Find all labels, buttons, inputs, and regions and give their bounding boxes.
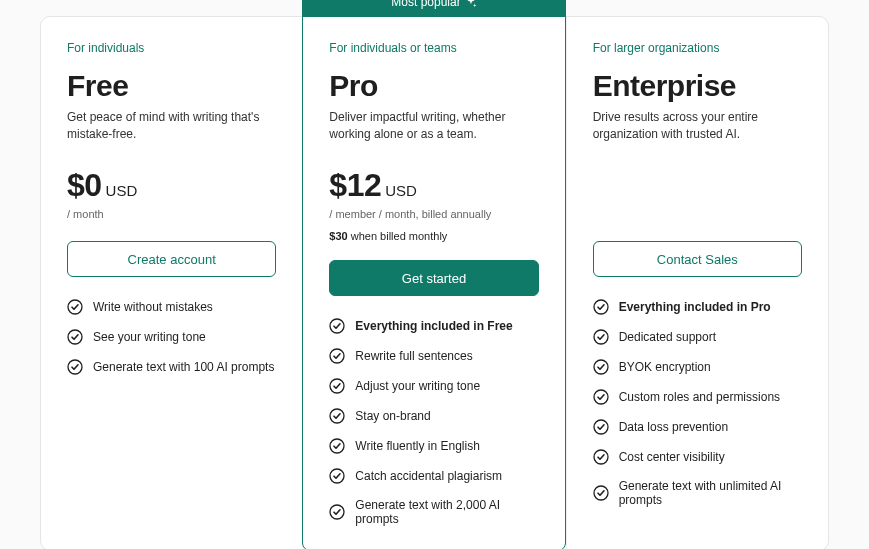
check-icon <box>67 329 83 345</box>
feature-item: Write fluently in English <box>329 438 538 454</box>
feature-list: Everything included in Pro Dedicated sup… <box>593 299 802 507</box>
plan-pro: Most popular For individuals or teams Pr… <box>302 16 565 549</box>
plan-price: $12 USD <box>329 167 538 204</box>
check-icon <box>329 378 345 394</box>
feature-item: Everything included in Pro <box>593 299 802 315</box>
feature-text: Generate text with unlimited AI prompts <box>619 479 802 507</box>
plan-audience: For larger organizations <box>593 41 802 55</box>
plan-enterprise: For larger organizations Enterprise Driv… <box>566 17 828 549</box>
check-icon <box>593 419 609 435</box>
feature-item: Rewrite full sentences <box>329 348 538 364</box>
price-period: / month <box>67 208 276 220</box>
badge-label: Most popular <box>391 0 460 9</box>
contact-sales-button[interactable]: Contact Sales <box>593 241 802 277</box>
sparkle-icon <box>465 0 477 8</box>
price-currency: USD <box>385 182 417 199</box>
plan-name: Enterprise <box>593 69 802 103</box>
feature-item: Generate text with 100 AI prompts <box>67 359 276 375</box>
plan-name: Pro <box>329 69 538 103</box>
plan-audience: For individuals <box>67 41 276 55</box>
check-icon <box>329 318 345 334</box>
feature-text: Custom roles and permissions <box>619 390 780 404</box>
price-period: / member / month, billed annually <box>329 208 538 220</box>
plan-name: Free <box>67 69 276 103</box>
feature-text: See your writing tone <box>93 330 206 344</box>
check-icon <box>593 485 609 501</box>
feature-text: Rewrite full sentences <box>355 349 472 363</box>
feature-item: Write without mistakes <box>67 299 276 315</box>
alt-price-amount: $30 <box>329 230 347 242</box>
check-icon <box>329 438 345 454</box>
feature-item: Data loss prevention <box>593 419 802 435</box>
feature-text: Everything included in Pro <box>619 300 771 314</box>
feature-list: Everything included in Free Rewrite full… <box>329 318 538 526</box>
check-icon <box>67 359 83 375</box>
feature-item: Custom roles and permissions <box>593 389 802 405</box>
feature-item: See your writing tone <box>67 329 276 345</box>
pricing-table: For individuals Free Get peace of mind w… <box>40 16 829 549</box>
most-popular-badge: Most popular <box>302 0 565 17</box>
plan-price <box>593 145 802 223</box>
check-icon <box>67 299 83 315</box>
feature-list: Write without mistakes See your writing … <box>67 299 276 375</box>
check-icon <box>329 408 345 424</box>
feature-item: Catch accidental plagiarism <box>329 468 538 484</box>
feature-text: Everything included in Free <box>355 319 512 333</box>
feature-item: Cost center visibility <box>593 449 802 465</box>
price-amount: $12 <box>329 167 381 204</box>
check-icon <box>329 468 345 484</box>
feature-item: Dedicated support <box>593 329 802 345</box>
price-alternate: $30 when billed monthly <box>329 230 538 242</box>
plan-price: $0 USD <box>67 167 276 204</box>
plan-description: Deliver impactful writing, whether worki… <box>329 109 538 145</box>
check-icon <box>593 329 609 345</box>
get-started-button[interactable]: Get started <box>329 260 538 296</box>
feature-item: Adjust your writing tone <box>329 378 538 394</box>
plan-description: Get peace of mind with writing that's mi… <box>67 109 276 145</box>
price-currency: USD <box>106 182 138 199</box>
create-account-button[interactable]: Create account <box>67 241 276 277</box>
check-icon <box>329 504 345 520</box>
feature-text: Cost center visibility <box>619 450 725 464</box>
check-icon <box>593 359 609 375</box>
alt-price-text: when billed monthly <box>348 230 448 242</box>
feature-text: Stay on-brand <box>355 409 430 423</box>
feature-item: Generate text with 2,000 AI prompts <box>329 498 538 526</box>
check-icon <box>593 389 609 405</box>
feature-text: Generate text with 2,000 AI prompts <box>355 498 538 526</box>
plan-description: Drive results across your entire organiz… <box>593 109 802 145</box>
feature-text: Write fluently in English <box>355 439 480 453</box>
check-icon <box>593 299 609 315</box>
feature-text: Generate text with 100 AI prompts <box>93 360 274 374</box>
feature-text: Write without mistakes <box>93 300 213 314</box>
feature-text: Catch accidental plagiarism <box>355 469 502 483</box>
price-amount: $0 <box>67 167 102 204</box>
feature-text: Adjust your writing tone <box>355 379 480 393</box>
feature-item: Everything included in Free <box>329 318 538 334</box>
check-icon <box>329 348 345 364</box>
feature-item: Stay on-brand <box>329 408 538 424</box>
plan-audience: For individuals or teams <box>329 41 538 55</box>
plan-free: For individuals Free Get peace of mind w… <box>41 17 302 549</box>
feature-item: BYOK encryption <box>593 359 802 375</box>
feature-item: Generate text with unlimited AI prompts <box>593 479 802 507</box>
feature-text: Data loss prevention <box>619 420 728 434</box>
feature-text: Dedicated support <box>619 330 716 344</box>
check-icon <box>593 449 609 465</box>
feature-text: BYOK encryption <box>619 360 711 374</box>
